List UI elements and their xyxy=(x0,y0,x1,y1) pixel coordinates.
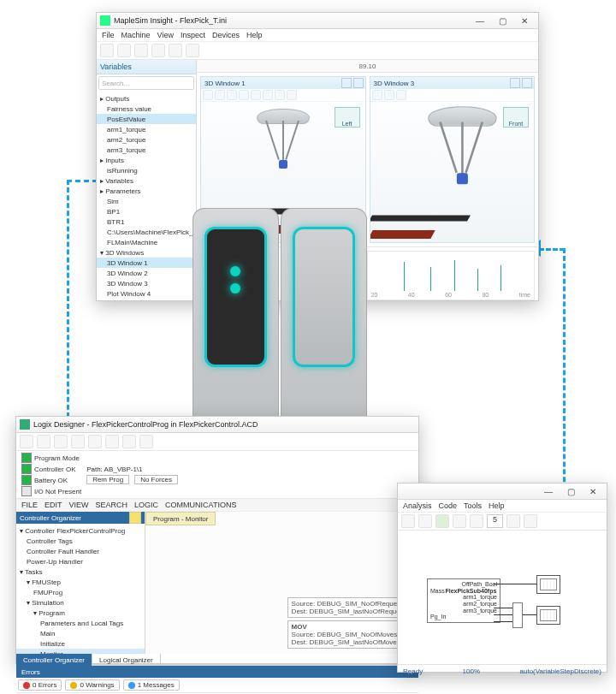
tab-controller-organizer[interactable]: Controller Organizer xyxy=(16,654,92,666)
tree-row[interactable]: ▾ 3D Windows xyxy=(97,247,196,258)
tree-row[interactable]: ▸ Inputs xyxy=(97,155,196,165)
menu-logic[interactable]: LOGIC xyxy=(134,501,158,509)
tool-button[interactable] xyxy=(418,514,432,528)
tree-row[interactable]: ▾ Controller FlexPickerControlProg xyxy=(16,525,145,536)
tree-row[interactable]: ▾ Tasks xyxy=(16,566,145,577)
run-button[interactable] xyxy=(435,514,449,528)
tool-button[interactable] xyxy=(524,514,537,528)
tool-button[interactable] xyxy=(122,435,136,448)
timeline[interactable]: 89.10 xyxy=(197,60,538,73)
forces-readout[interactable]: No Forces xyxy=(134,475,178,484)
tree-row[interactable]: Main xyxy=(16,628,145,638)
vtool-button[interactable] xyxy=(372,90,382,100)
menu-analysis[interactable]: Analysis xyxy=(403,501,432,510)
tree-row[interactable]: Controller Tags xyxy=(16,536,145,546)
routine-editor[interactable]: Program - Monitor Source: DEBUG_SIM_NoOf… xyxy=(145,512,418,654)
tree-row[interactable]: BP1 xyxy=(97,206,196,217)
tree-row[interactable]: arm1_torque xyxy=(97,124,196,134)
tree-row[interactable]: Fairness value xyxy=(97,104,196,114)
scope-block[interactable] xyxy=(536,606,560,625)
tool-button[interactable] xyxy=(139,435,153,448)
menu-edit[interactable]: EDIT xyxy=(44,501,62,509)
maximize-button[interactable]: ▢ xyxy=(492,15,512,27)
maximize-button[interactable]: ▢ xyxy=(560,485,581,497)
vtool-button[interactable] xyxy=(396,90,406,100)
signal-plot[interactable]: 20 40 60 80 time xyxy=(367,251,536,300)
menu-devices[interactable]: Devices xyxy=(212,31,240,39)
tool-button[interactable] xyxy=(105,435,119,448)
messages-chip[interactable]: 1 Messages xyxy=(123,679,180,691)
program-tab[interactable]: Program - Monitor xyxy=(145,512,216,525)
tool-button[interactable] xyxy=(88,435,102,448)
scope-block[interactable] xyxy=(536,575,560,594)
menu-tools[interactable]: Tools xyxy=(464,501,482,510)
axis-widget[interactable]: Front xyxy=(503,107,529,128)
tool-button[interactable] xyxy=(506,514,520,528)
vtool-button[interactable] xyxy=(275,90,285,100)
tree-row[interactable]: ▸ Parameters xyxy=(97,186,196,196)
menu-inspect[interactable]: Inspect xyxy=(181,31,205,39)
tool-button[interactable] xyxy=(20,435,33,448)
menu-help[interactable]: Help xyxy=(489,501,505,510)
model-canvas[interactable]: OffPath_Bool Mass FlexPickSub40fps arm1_… xyxy=(398,531,607,664)
errors-chip[interactable]: 0 Errors xyxy=(18,679,62,691)
tree-row[interactable]: C:\Users\Machine\FlexPick_T\FB1.m xyxy=(97,227,196,237)
view-min-icon[interactable] xyxy=(341,78,352,88)
tree-row[interactable]: PosEstValue xyxy=(97,114,196,124)
3d-view-2[interactable]: 3D Window 3 Front xyxy=(370,76,536,243)
close-button[interactable]: ✕ xyxy=(514,15,535,27)
tool-button[interactable] xyxy=(169,44,182,57)
pin-icon[interactable] xyxy=(129,512,141,524)
view-min-icon[interactable] xyxy=(510,78,520,88)
tree-row[interactable]: ▾ Simulation xyxy=(16,597,145,608)
titlebar[interactable]: Logix Designer - FlexPickerControlProg i… xyxy=(16,417,418,433)
tree-row[interactable]: 3D Window 2 xyxy=(97,268,196,278)
vtool-button[interactable] xyxy=(215,90,225,100)
tool-button[interactable] xyxy=(151,44,165,57)
tool-button[interactable] xyxy=(54,435,68,448)
tree-row[interactable]: 3D Window 1 xyxy=(97,258,196,268)
stop-button[interactable] xyxy=(470,514,483,528)
project-tree[interactable]: ▾ Controller FlexPickerControlProgContro… xyxy=(16,524,145,654)
tree-row[interactable]: arm2_torque xyxy=(97,134,196,145)
tree-row[interactable]: Controller Fault Handler xyxy=(16,546,145,556)
tree-row[interactable]: BTR1 xyxy=(97,217,196,227)
tree-row[interactable]: FLMain\Machine xyxy=(97,237,196,247)
minimize-button[interactable]: — xyxy=(470,15,490,27)
vtool-button[interactable] xyxy=(287,90,297,100)
tree-row[interactable]: Sim xyxy=(97,196,196,206)
tool-button[interactable] xyxy=(100,44,114,57)
minimize-button[interactable]: — xyxy=(538,485,559,497)
menu-search[interactable]: SEARCH xyxy=(96,501,128,509)
tool-button[interactable] xyxy=(117,44,131,57)
tree-row[interactable]: Parameters and Local Tags xyxy=(16,618,145,628)
tree-row[interactable]: isRunning xyxy=(97,165,196,175)
tree-row[interactable]: ▾ Program xyxy=(16,608,145,618)
vtool-button[interactable] xyxy=(384,90,394,100)
menu-code[interactable]: Code xyxy=(439,501,458,510)
tool-button[interactable] xyxy=(134,44,148,57)
tree-row[interactable]: arm3_torque xyxy=(97,145,196,155)
axis-widget[interactable]: Left xyxy=(335,107,360,128)
tree-row[interactable]: ▸ Variables xyxy=(97,175,196,186)
warnings-chip[interactable]: 0 Warnings xyxy=(65,679,119,691)
3d-canvas[interactable]: Front xyxy=(370,102,535,242)
close-button[interactable]: ✕ xyxy=(583,485,603,497)
tab-logical-organizer[interactable]: Logical Organizer xyxy=(92,654,161,666)
vtool-button[interactable] xyxy=(203,90,213,100)
vtool-button[interactable] xyxy=(263,90,273,100)
menu-machine[interactable]: Machine xyxy=(121,31,151,39)
vtool-button[interactable] xyxy=(239,90,249,100)
tree-row[interactable]: Power-Up Handler xyxy=(16,556,145,566)
tree-row[interactable]: FMUProg xyxy=(16,587,145,597)
titlebar[interactable]: MapleSim Insight - FlexPick_T.ini — ▢ ✕ xyxy=(97,13,538,29)
view-max-icon[interactable] xyxy=(522,78,532,88)
step-button[interactable] xyxy=(453,514,466,528)
menu-comm[interactable]: COMMUNICATIONS xyxy=(165,501,236,509)
tree-row[interactable]: Initialize xyxy=(16,638,145,649)
variables-tree[interactable]: ▸ OutputsFairness valuePosEstValuearm1_t… xyxy=(97,92,196,304)
tool-button[interactable] xyxy=(37,435,50,448)
titlebar[interactable]: — ▢ ✕ xyxy=(398,483,607,500)
menu-view[interactable]: VIEW xyxy=(69,501,89,509)
search-input[interactable]: Search… xyxy=(98,76,194,90)
